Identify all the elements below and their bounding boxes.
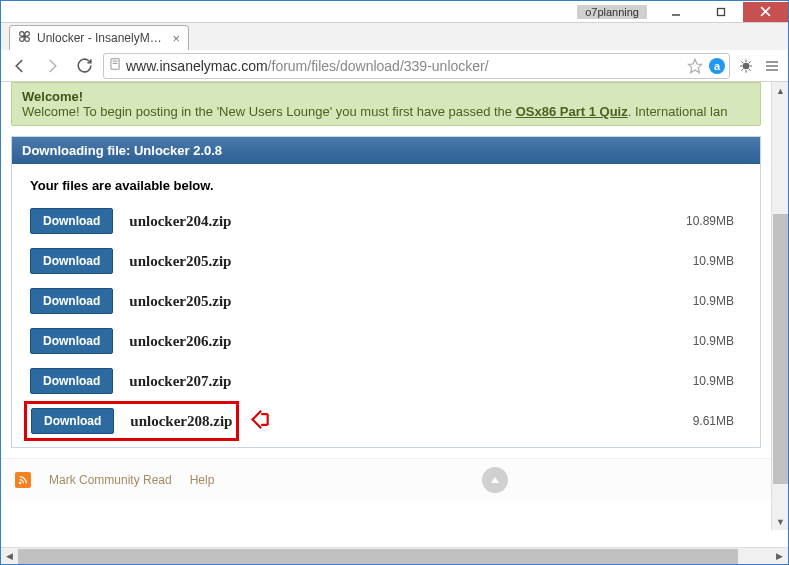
svg-point-8: [743, 62, 750, 69]
svg-marker-7: [688, 59, 701, 72]
download-button[interactable]: Download: [30, 288, 113, 314]
rss-icon[interactable]: [15, 472, 31, 488]
file-size: 9.61MB: [693, 414, 734, 428]
file-name: unlocker205.zip: [129, 293, 676, 310]
file-row: Download unlocker206.zip 10.9MB: [30, 321, 742, 361]
extension-a-icon[interactable]: a: [709, 58, 725, 74]
bug-icon[interactable]: [736, 56, 756, 76]
page-viewport: Welcome! Welcome! To begin posting in th…: [1, 82, 788, 547]
page-icon: [108, 57, 122, 74]
back-button[interactable]: [7, 53, 33, 79]
download-button[interactable]: Download: [30, 248, 113, 274]
svg-line-13: [741, 61, 743, 63]
file-row: Download unlocker207.zip 10.9MB: [30, 361, 742, 401]
address-bar[interactable]: www.insanelymac.com/forum/files/download…: [103, 53, 730, 79]
svg-rect-4: [111, 59, 119, 70]
svg-line-14: [749, 68, 751, 70]
minimize-button[interactable]: [653, 2, 698, 22]
page-content[interactable]: Welcome! Welcome! To begin posting in th…: [1, 82, 788, 547]
file-row: Download unlocker205.zip 10.9MB: [30, 281, 742, 321]
file-name: unlocker208.zip: [130, 413, 232, 430]
mark-read-link[interactable]: Mark Community Read: [49, 473, 172, 487]
file-name: unlocker204.zip: [129, 213, 670, 230]
scroll-up-arrow[interactable]: ▲: [772, 82, 788, 99]
command-icon: [18, 30, 31, 46]
file-name: unlocker206.zip: [129, 333, 676, 350]
vertical-scrollbar[interactable]: ▲ ▼: [771, 82, 788, 530]
svg-line-15: [741, 68, 743, 70]
browser-toolbar: www.insanelymac.com/forum/files/download…: [1, 50, 788, 82]
window-titlebar: o7planning: [1, 1, 788, 23]
star-icon[interactable]: [685, 56, 705, 76]
file-row-highlighted: Download unlocker208.zip: [24, 401, 239, 441]
forward-button[interactable]: [39, 53, 65, 79]
scrollbar-thumb[interactable]: [773, 214, 788, 484]
download-button[interactable]: Download: [30, 208, 113, 234]
highlight-arrow-icon: [246, 407, 272, 436]
scroll-right-arrow[interactable]: ▶: [771, 548, 788, 565]
file-row: Download unlocker205.zip 10.9MB: [30, 241, 742, 281]
browser-window: o7planning Unlocker - InsanelyMac Fo ×: [0, 0, 789, 565]
panel-body: Your files are available below. Download…: [12, 164, 760, 447]
quiz-link[interactable]: OSx86 Part 1 Quiz: [516, 104, 628, 119]
file-name: unlocker205.zip: [129, 253, 676, 270]
available-label: Your files are available below.: [30, 178, 742, 193]
file-size: 10.9MB: [693, 334, 734, 348]
horizontal-scrollbar[interactable]: ◀ ▶: [1, 547, 788, 564]
welcome-heading: Welcome!: [22, 89, 83, 104]
scrollbar-thumb[interactable]: [18, 549, 738, 564]
tab-title: Unlocker - InsanelyMac Fo: [37, 31, 166, 45]
file-size: 10.9MB: [693, 374, 734, 388]
file-size: 10.9MB: [693, 254, 734, 268]
welcome-banner: Welcome! Welcome! To begin posting in th…: [11, 82, 761, 126]
file-name: unlocker207.zip: [129, 373, 676, 390]
svg-rect-1: [717, 8, 724, 15]
file-row: Download unlocker204.zip 10.89MB: [30, 201, 742, 241]
help-link[interactable]: Help: [190, 473, 215, 487]
reload-button[interactable]: [71, 53, 97, 79]
url-text[interactable]: www.insanelymac.com/forum/files/download…: [126, 58, 681, 74]
titlebar-tag: o7planning: [577, 5, 647, 19]
page-footer: Mark Community Read Help: [1, 458, 771, 501]
tab-strip: Unlocker - InsanelyMac Fo ×: [1, 23, 788, 50]
download-button[interactable]: Download: [31, 408, 114, 434]
scroll-down-arrow[interactable]: ▼: [772, 513, 788, 530]
menu-icon[interactable]: [762, 56, 782, 76]
file-size: 10.9MB: [693, 294, 734, 308]
download-panel: Downloading file: Unlocker 2.0.8 Your fi…: [11, 136, 761, 448]
download-button[interactable]: Download: [30, 328, 113, 354]
close-button[interactable]: [743, 2, 788, 22]
scroll-top-button[interactable]: [482, 467, 508, 493]
panel-title: Downloading file: Unlocker 2.0.8: [12, 137, 760, 164]
scroll-left-arrow[interactable]: ◀: [1, 548, 18, 565]
download-button[interactable]: Download: [30, 368, 113, 394]
tab-close-icon[interactable]: ×: [172, 31, 180, 46]
svg-marker-24: [491, 477, 499, 483]
svg-point-23: [19, 482, 20, 483]
browser-tab[interactable]: Unlocker - InsanelyMac Fo ×: [9, 25, 189, 50]
file-size: 10.89MB: [686, 214, 734, 228]
svg-line-16: [749, 61, 751, 63]
maximize-button[interactable]: [698, 2, 743, 22]
